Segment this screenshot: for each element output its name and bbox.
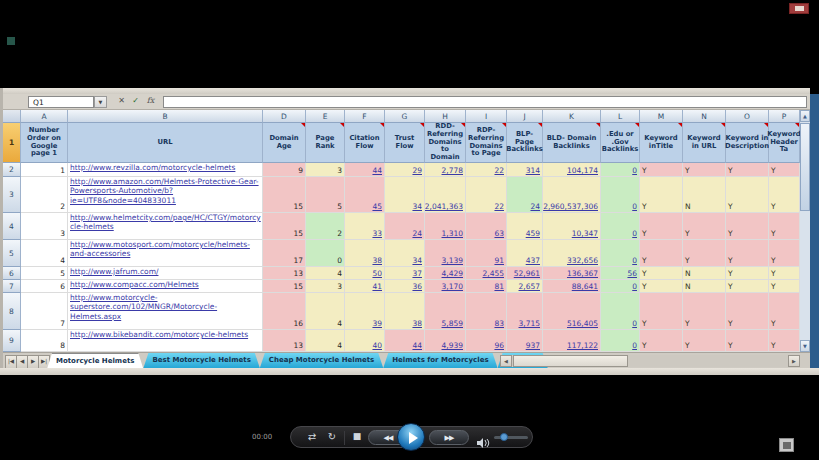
cell-B8[interactable]: http://www.motorcycle-superstore.com/102… [68,293,263,330]
vertical-scrollbar[interactable]: ▲ ▼ [800,110,810,352]
cell-I7[interactable]: 81 [466,280,507,293]
col-header-B[interactable]: B [68,110,263,123]
cell-D6[interactable]: 13 [263,267,306,280]
cell-I5[interactable]: 91 [466,240,507,267]
cell-O7[interactable]: Y [726,280,769,293]
cell-D8[interactable]: 16 [263,293,306,330]
cell-E7[interactable]: 3 [306,280,345,293]
row-header-5[interactable]: 5 [3,240,21,267]
cell-E8[interactable]: 4 [306,293,345,330]
cell-N9[interactable]: Y [683,330,726,352]
cell-H6[interactable]: 4,429 [425,267,466,280]
header-cell-F[interactable]: Citation Flow [345,123,385,163]
sheet-tab-4[interactable]: Helmets for Motorcycles [383,353,497,368]
cell-G6[interactable]: 37 [385,267,425,280]
cell-P3[interactable]: Y [769,177,800,213]
cell-D2[interactable]: 9 [263,163,306,177]
col-header-E[interactable]: E [306,110,345,123]
cell-E9[interactable]: 4 [306,330,345,352]
repeat-icon[interactable]: ↻ [325,431,339,442]
cell-F4[interactable]: 33 [345,213,385,240]
row-header-9[interactable]: 9 [3,330,21,352]
col-header-M[interactable]: M [640,110,683,123]
cell-P9[interactable]: Y [769,330,800,352]
cell-F8[interactable]: 39 [345,293,385,330]
cell-D4[interactable]: 15 [263,213,306,240]
cell-M9[interactable]: Y [640,330,683,352]
cell-G8[interactable]: 38 [385,293,425,330]
cell-N3[interactable]: N [683,177,726,213]
cell-G3[interactable]: 34 [385,177,425,213]
cell-A6[interactable]: 5 [21,267,68,280]
cell-F2[interactable]: 44 [345,163,385,177]
cell-P6[interactable]: Y [769,267,800,280]
cell-N6[interactable]: N [683,267,726,280]
name-box-dropdown-icon[interactable]: ▼ [94,96,107,108]
cell-B7[interactable]: http://www.compacc.com/Helmets [68,280,263,293]
cell-O2[interactable]: Y [726,163,769,177]
cell-L2[interactable]: 0 [601,163,640,177]
cell-L6[interactable]: 56 [601,267,640,280]
cell-P7[interactable]: Y [769,280,800,293]
row-header-7[interactable]: 7 [3,280,21,293]
cell-G7[interactable]: 36 [385,280,425,293]
cell-A5[interactable]: 4 [21,240,68,267]
cell-F7[interactable]: 41 [345,280,385,293]
col-header-I[interactable]: I [466,110,507,123]
cell-A2[interactable]: 1 [21,163,68,177]
cell-F5[interactable]: 38 [345,240,385,267]
header-cell-M[interactable]: Keyword inTitle [640,123,683,163]
header-cell-H[interactable]: RDD- Referring Domains to Domain [425,123,466,163]
cell-M7[interactable]: Y [640,280,683,293]
cell-M6[interactable]: Y [640,267,683,280]
cell-I8[interactable]: 83 [466,293,507,330]
row-header-1[interactable]: 1 [3,123,21,163]
scroll-left-icon[interactable]: ◀ [500,355,512,367]
cell-B4[interactable]: http://www.helmetcity.com/page/HC/CTGY/m… [68,213,263,240]
volume-icon[interactable] [477,433,490,452]
col-header-D[interactable]: D [263,110,306,123]
cell-D9[interactable]: 13 [263,330,306,352]
cell-E6[interactable]: 4 [306,267,345,280]
cell-F6[interactable]: 50 [345,267,385,280]
cell-O3[interactable]: Y [726,177,769,213]
cell-K6[interactable]: 136,367 [543,267,601,280]
header-cell-A[interactable]: Number Order on Google page 1 [21,123,68,163]
vertical-scroll-thumb[interactable] [800,123,810,211]
cell-E5[interactable]: 0 [306,240,345,267]
cell-M2[interactable]: Y [640,163,683,177]
row-header-6[interactable]: 6 [3,267,21,280]
cell-M4[interactable]: Y [640,213,683,240]
cell-M3[interactable]: Y [640,177,683,213]
cell-K7[interactable]: 88,641 [543,280,601,293]
header-cell-L[interactable]: .Edu or .Gov Backlinks [601,123,640,163]
cell-J6[interactable]: 52,961 [507,267,543,280]
sheet-tab-3[interactable]: Cheap Motorcycle Helmets [260,353,383,368]
cell-J5[interactable]: 437 [507,240,543,267]
enter-icon[interactable]: ✓ [129,95,142,108]
cell-D5[interactable]: 17 [263,240,306,267]
cell-O9[interactable]: Y [726,330,769,352]
cell-G4[interactable]: 24 [385,213,425,240]
cell-I2[interactable]: 22 [466,163,507,177]
cell-L4[interactable]: 0 [601,213,640,240]
header-cell-I[interactable]: RDP- Referring Domains to Page [466,123,507,163]
cell-O4[interactable]: Y [726,213,769,240]
cell-H3[interactable]: 2,041,363 [425,177,466,213]
select-all-corner[interactable] [3,110,21,123]
row-header-3[interactable]: 3 [3,177,21,213]
cell-H4[interactable]: 1,310 [425,213,466,240]
col-header-A[interactable]: A [21,110,68,123]
cell-P2[interactable]: Y [769,163,800,177]
cell-E4[interactable]: 2 [306,213,345,240]
cell-J2[interactable]: 314 [507,163,543,177]
row-header-2[interactable]: 2 [3,163,21,177]
cell-G2[interactable]: 29 [385,163,425,177]
horizontal-scrollbar[interactable]: ◀ ▶ [500,355,800,367]
cell-A9[interactable]: 8 [21,330,68,352]
header-cell-N[interactable]: Keyword in URL [683,123,726,163]
cell-I3[interactable]: 22 [466,177,507,213]
cell-E2[interactable]: 3 [306,163,345,177]
row-header-8[interactable]: 8 [3,293,21,330]
cell-K9[interactable]: 117,122 [543,330,601,352]
